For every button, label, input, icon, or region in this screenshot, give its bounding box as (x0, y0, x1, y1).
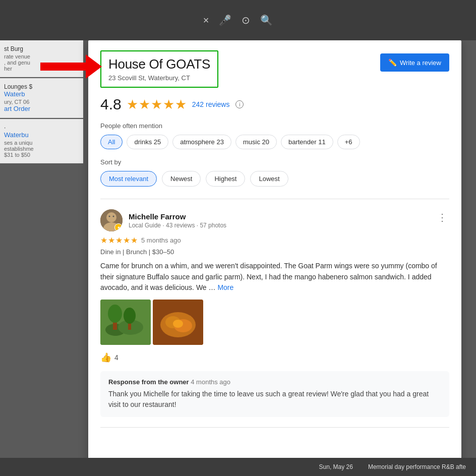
chip-more[interactable]: +6 (337, 135, 360, 149)
sort-newest[interactable]: Newest (162, 171, 201, 187)
thumbs-up-icon[interactable]: 👍 (100, 352, 111, 363)
chip-all[interactable]: All (100, 135, 123, 149)
sidebar-item-1-name: st Burg (4, 45, 79, 52)
close-icon[interactable]: × (203, 15, 209, 26)
review-text-content: Came for brunch on a whim, and we weren'… (100, 262, 437, 291)
divider-2 (100, 427, 449, 428)
photo-1-image (100, 300, 151, 345)
sidebar-item-3-sub: ses a uniquestablishme$31 to $50 (4, 140, 79, 158)
place-address: 23 Scovill St, Waterbury, CT (108, 74, 210, 82)
sort-lowest[interactable]: Lowest (250, 171, 288, 187)
sidebar-item-2-action[interactable]: art Order (4, 105, 79, 112)
review-more-link[interactable]: More (217, 283, 233, 291)
bottom-event: Memorial day performance R&B afte (368, 463, 466, 470)
review-photos[interactable] (100, 300, 449, 345)
rating-number: 4.8 (100, 96, 122, 113)
local-guide-badge: ★ (114, 223, 123, 231)
title-box: House Of GOATS 23 Scovill St, Waterbury,… (100, 50, 218, 88)
svg-point-3 (109, 216, 110, 217)
search-icon[interactable]: 🔍 (260, 14, 273, 26)
arrow-body (40, 63, 86, 71)
mic-icon[interactable]: 🎤 (219, 14, 231, 26)
bottom-bar: Sun, May 26 Memorial day performance R&B… (0, 458, 476, 476)
reviewer-info: ★ Michelle Farrow Local Guide · 43 revie… (100, 209, 226, 231)
sort-chips: Most relevant Newest Highest Lowest (100, 171, 449, 187)
write-review-button[interactable]: ✏️ Write a review (380, 53, 449, 72)
review-text: Came for brunch on a whim, and we weren'… (100, 261, 449, 293)
review-count[interactable]: 242 reviews (192, 100, 230, 108)
red-arrow (40, 54, 102, 79)
like-row: 👍 4 (100, 352, 449, 363)
like-count: 4 (114, 353, 118, 362)
sidebar-item-2-lounges: Lounges $ (4, 83, 79, 90)
reviewer-meta: Local Guide · 43 reviews · 57 photos (129, 222, 226, 229)
reviewer-name: Michelle Farrow (129, 212, 226, 221)
review-tags: Dine in | Brunch | $30–50 (100, 248, 449, 256)
svg-point-1 (106, 212, 116, 222)
lens-icon[interactable]: ⊙ (242, 14, 250, 26)
review-card: ★ Michelle Farrow Local Guide · 43 revie… (100, 209, 449, 417)
main-card: House Of GOATS 23 Scovill St, Waterbury,… (88, 40, 461, 464)
bottom-date: Sun, May 26 (319, 463, 353, 470)
review-stars-row: ★★★★★ 5 months ago (100, 235, 449, 245)
photo-1[interactable] (100, 300, 151, 345)
chip-music[interactable]: music 20 (235, 135, 277, 149)
sidebar-item-2-addr: ury, CT 06 (4, 99, 79, 105)
owner-response-text: Thank you Michelle for taking the time t… (108, 389, 441, 410)
rating-section: 4.8 ★★★★★ 242 reviews i (100, 96, 449, 113)
write-review-label: Write a review (400, 59, 441, 67)
place-name: House Of GOATS (108, 56, 210, 72)
sidebar-item-3: · Waterbu ses a uniquestablishme$31 to $… (0, 119, 83, 163)
sort-most-relevant[interactable]: Most relevant (100, 171, 157, 187)
review-stars: ★★★★★ (100, 235, 138, 245)
sidebar: st Burg rate venue, and genuher Lounges … (0, 40, 83, 454)
pencil-icon: ✏️ (388, 58, 397, 67)
review-time: 5 months ago (141, 236, 181, 244)
review-header: ★ Michelle Farrow Local Guide · 43 revie… (100, 209, 449, 231)
reviewer-details: Michelle Farrow Local Guide · 43 reviews… (129, 212, 226, 229)
sort-label: Sort by (100, 158, 449, 166)
sidebar-item-2: Lounges $ Waterb ury, CT 06 art Order (0, 78, 83, 118)
photo-2[interactable] (153, 300, 203, 345)
arrow-head (86, 54, 102, 79)
more-options-icon[interactable]: ⋮ (435, 209, 449, 225)
sort-highest[interactable]: Highest (206, 171, 245, 187)
photo-2-image (153, 300, 203, 345)
svg-point-16 (173, 320, 183, 328)
owner-response-label: Response from the owner (108, 378, 189, 386)
sidebar-item-3-link[interactable]: Waterbu (4, 131, 79, 139)
divider-1 (100, 199, 449, 199)
header-section: House Of GOATS 23 Scovill St, Waterbury,… (100, 50, 449, 88)
chip-drinks[interactable]: drinks 25 (127, 135, 168, 149)
svg-point-11 (124, 308, 136, 324)
info-icon[interactable]: i (235, 100, 244, 108)
owner-response: Response from the owner 4 months ago Tha… (100, 371, 449, 417)
chip-atmosphere[interactable]: atmosphere 23 (172, 135, 231, 149)
sidebar-item-2-link[interactable]: Waterb (4, 90, 79, 98)
owner-response-header: Response from the owner 4 months ago (108, 378, 441, 386)
chip-bartender[interactable]: bartender 11 (281, 135, 333, 149)
svg-point-4 (113, 216, 114, 217)
avatar: ★ (100, 209, 123, 231)
browser-bar: × 🎤 ⊙ 🔍 (0, 0, 476, 40)
sidebar-item-3-name: · (4, 124, 79, 131)
stars: ★★★★★ (127, 97, 187, 112)
owner-response-time: 4 months ago (191, 378, 230, 386)
mention-label: People often mention (100, 122, 449, 130)
svg-point-9 (108, 305, 122, 323)
mention-chips: All drinks 25 atmosphere 23 music 20 bar… (100, 135, 449, 149)
